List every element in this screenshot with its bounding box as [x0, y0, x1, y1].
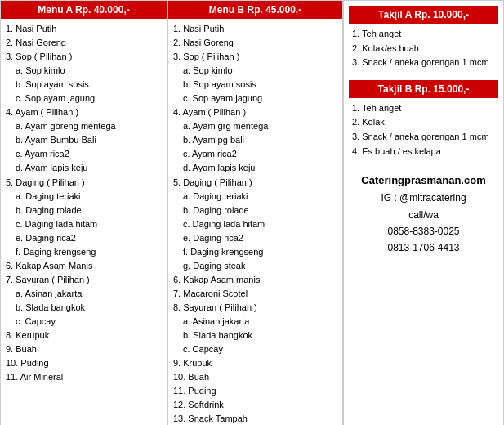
takjil-b-section: Takjil B Rp. 15.000,- 1. Teh anget2. Kol…	[349, 80, 498, 159]
contact-callwa: call/wa	[349, 207, 498, 223]
list-item: b. Slada bangkok	[173, 329, 337, 342]
list-item: 1. Nasi Putih	[6, 22, 162, 36]
list-item: 5. Daging ( Pilihan )	[173, 176, 337, 190]
list-item: 5. Daging ( Pilihan )	[6, 176, 162, 190]
list-item: 1. Teh anget	[352, 101, 498, 116]
list-item: 1. Teh anget	[352, 27, 498, 42]
list-item: c. Sop ayam jagung	[6, 92, 162, 105]
list-item: 7. Sayuran ( Pilihan )	[6, 273, 162, 287]
menu-a-header: Menu A Rp. 40.000,-	[1, 1, 167, 19]
list-item: 7. Macaroni Scotel	[173, 287, 337, 301]
list-item: a. Asinan jakarta	[173, 315, 337, 329]
contact-website: Cateringprasmanan.com	[349, 172, 498, 190]
list-item: b. Ayam Bumbu Bali	[6, 133, 162, 147]
list-item: 8. Kerupuk	[6, 329, 162, 342]
list-item: a. Daging teriaki	[6, 190, 162, 204]
list-item: b. Sop ayam sosis	[173, 78, 337, 92]
list-item: 13. Snack Tampah	[173, 412, 337, 425]
menu-a-column: Menu A Rp. 40.000,- 1. Nasi Putih2. Nasi…	[0, 0, 167, 425]
list-item: 3. Snack / aneka gorengan 1 mcm	[352, 56, 498, 70]
list-item: c. Capcay	[173, 342, 337, 356]
contact-ig: IG : @mitracatering	[349, 190, 498, 206]
list-item: d. Ayam lapis keju	[173, 161, 337, 175]
list-item: 12. Softdrink	[173, 398, 337, 412]
list-item: f. Daging krengseng	[6, 245, 162, 259]
list-item: c. Sop ayam jagung	[173, 92, 337, 105]
list-item: 2. Nasi Goreng	[173, 36, 337, 50]
list-item: b. Daging rolade	[6, 204, 162, 217]
takjil-column: Takjil A Rp. 10.000,- 1. Teh anget2. Kol…	[343, 0, 504, 425]
list-item: 4. Es buah / es kelapa	[352, 145, 498, 159]
list-item: c. Ayam rica2	[173, 147, 337, 161]
list-item: 9. Buah	[6, 342, 162, 356]
menu-b-header: Menu B Rp. 45.000,-	[168, 1, 342, 19]
list-item: 2. Nasi Goreng	[6, 36, 162, 50]
list-item: 1. Nasi Putih	[173, 22, 337, 36]
list-item: f. Daging krengseng	[173, 245, 337, 259]
takjil-a-items: 1. Teh anget2. Kolak/es buah3. Snack / a…	[349, 27, 498, 70]
takjil-a-header: Takjil A Rp. 10.000,-	[349, 6, 498, 24]
contact-phone1: 0858-8383-0025	[349, 223, 498, 239]
list-item: b. Sop ayam sosis	[6, 78, 162, 92]
list-item: d. Ayam lapis keju	[6, 161, 162, 175]
list-item: c. Capcay	[6, 315, 162, 329]
list-item: a. Sop kimlo	[173, 64, 337, 78]
list-item: a. Sop kimlo	[6, 64, 162, 78]
menu-b-column: Menu B Rp. 45.000,- 1. Nasi Putih2. Nasi…	[167, 0, 343, 425]
list-item: 8. Sayuran ( Pilihan )	[173, 301, 337, 315]
list-item: b. Daging rolade	[173, 204, 337, 217]
list-item: 6. Kakap Asam manis	[173, 273, 337, 287]
list-item: g. Daging steak	[173, 259, 337, 273]
list-item: 11. Air Mineral	[6, 370, 162, 384]
contact-phone2: 0813-1706-4413	[349, 239, 498, 256]
list-item: a. Ayam goreng mentega	[6, 119, 162, 133]
list-item: e. Daging rica2	[6, 231, 162, 245]
list-item: 3. Snack / aneka gorengan 1 mcm	[352, 130, 498, 145]
list-item: 10. Puding	[6, 356, 162, 370]
list-item: c. Daging lada hitam	[173, 217, 337, 231]
list-item: 6. Kakap Asam Manis	[6, 259, 162, 273]
list-item: 2. Kolak	[352, 115, 498, 130]
takjil-b-header: Takjil B Rp. 15.000,-	[349, 80, 498, 98]
list-item: e. Daging rica2	[173, 231, 337, 245]
menu-a-body: 1. Nasi Putih2. Nasi Goreng3. Sop ( Pili…	[1, 19, 167, 425]
list-item: 3. Sop ( Pilihan )	[173, 50, 337, 64]
menu-b-body: 1. Nasi Putih2. Nasi Goreng3. Sop ( Pili…	[168, 19, 342, 425]
list-item: b. Ayam pg bali	[173, 133, 337, 147]
list-item: 10. Buah	[173, 370, 337, 384]
list-item: a. Daging teriaki	[173, 190, 337, 204]
list-item: c. Daging lada hitam	[6, 217, 162, 231]
list-item: 3. Sop ( Pilihan )	[6, 50, 162, 64]
list-item: 2. Kolak/es buah	[352, 42, 498, 56]
takjil-body: Takjil A Rp. 10.000,- 1. Teh anget2. Kol…	[344, 1, 503, 262]
list-item: 4. Ayam ( Pilihan )	[173, 105, 337, 119]
list-item: 4. Ayam ( Pilihan )	[6, 105, 162, 119]
list-item: a. Asinan jakarta	[6, 287, 162, 301]
takjil-b-items: 1. Teh anget2. Kolak3. Snack / aneka gor…	[349, 101, 498, 159]
list-item: 11. Puding	[173, 384, 337, 398]
list-item: b. Slada bangkok	[6, 301, 162, 315]
contact-section: Cateringprasmanan.com IG : @mitracaterin…	[349, 172, 498, 257]
list-item: c. Ayam rica2	[6, 147, 162, 161]
list-item: 9. Krupuk	[173, 356, 337, 370]
takjil-a-section: Takjil A Rp. 10.000,- 1. Teh anget2. Kol…	[349, 6, 498, 70]
list-item: a. Ayam grg mentega	[173, 119, 337, 133]
